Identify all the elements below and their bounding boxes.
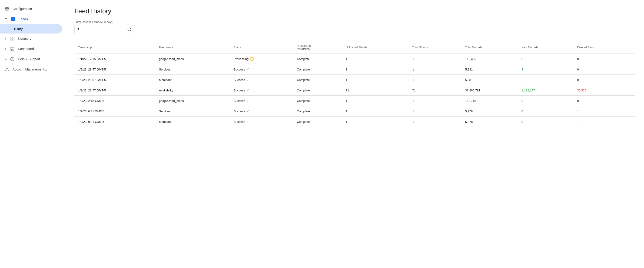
cell-timestamp: 1/9/23, 23:57 GMT-5 (74, 85, 155, 96)
cell-status: Success ✓ (230, 117, 293, 127)
col-header-status: Status (230, 41, 293, 54)
cell-status: Success ✓ (230, 85, 293, 96)
cell-timestamp: 1/9/23, 0:31 GMT-5 (74, 106, 155, 117)
cell-new-records: 0 (518, 96, 573, 106)
col-header-new-records: New Records (518, 41, 573, 54)
help-circle-icon (10, 57, 15, 61)
table-wrapper: Timestamp Feed name Status ProcessingIns… (74, 41, 635, 127)
sidebar-item-feeds-label: Feeds (18, 17, 28, 21)
sidebar-item-history[interactable]: History (0, 24, 62, 34)
page-title: Feed History (74, 8, 635, 15)
cell-uploaded-shards: 71 (342, 85, 409, 96)
cell-total-records: 5,281 (462, 75, 518, 85)
cell-deleted-records: 0 (573, 96, 635, 106)
cell-uploaded-shards: 1 (342, 54, 409, 64)
cell-processing: Complete (293, 64, 342, 75)
cell-uploaded-shards: 1 (342, 106, 409, 117)
cell-uploaded-shards: 1 (342, 96, 409, 106)
check-icon: ✓ (246, 68, 249, 71)
cell-total-records: 32,966,791 (462, 85, 518, 96)
svg-rect-2 (13, 37, 14, 38)
svg-rect-6 (13, 47, 14, 48)
table-row: 1/10/23, 2:15 GMT-5google.food_menu Proc… (74, 54, 635, 64)
cell-status: Success ✓ (230, 96, 293, 106)
svg-rect-1 (11, 37, 12, 38)
table-row: 1/9/23, 23:57 GMT-5Availability Success … (74, 85, 635, 96)
cell-processing: Complete (293, 117, 342, 127)
cell-total-records: 5,278 (462, 106, 518, 117)
cell-status: Success ✓ (230, 106, 293, 117)
table-row: 1/9/23, 0:31 GMT-5Merchant Success ✓ Com… (74, 117, 635, 127)
cell-timestamp: 1/9/23, 23:57 GMT-5 (74, 75, 155, 85)
chevron-down-icon: ▼ (5, 18, 8, 21)
check-icon: ✓ (246, 88, 249, 92)
cell-timestamp: 1/10/23, 2:15 GMT-5 (74, 54, 155, 64)
cell-feedname: Services (155, 64, 230, 75)
cell-feedname: Services (155, 106, 230, 117)
status-success: Success ✓ (234, 109, 290, 113)
sidebar-item-inventory[interactable]: ▶ Inventory (0, 34, 62, 44)
dashboard-icon (10, 47, 15, 51)
sidebar-item-history-label: History (12, 27, 23, 31)
table-row: 1/9/23, 23:57 GMT-5Services Success ✓ Co… (74, 64, 635, 75)
cell-feedname: Merchant (155, 117, 230, 127)
search-button[interactable] (127, 27, 132, 32)
sidebar-item-help-support[interactable]: ▶ Help & Support (0, 54, 62, 64)
cell-processing: Complete (293, 54, 342, 64)
sidebar-item-inventory-label: Inventory (18, 37, 32, 41)
svg-rect-7 (13, 49, 14, 51)
cell-new-records: 0 (518, 106, 573, 117)
status-success: Success ✓ (234, 78, 290, 82)
chevron-right-icon-3: ▶ (5, 58, 7, 61)
col-header-timestamp: Timestamp (74, 41, 155, 54)
status-success: Success ✓ (234, 120, 290, 124)
gear-icon (5, 7, 9, 11)
sidebar-item-feeds[interactable]: ▼ Feeds (0, 14, 62, 24)
cell-deleted-records: 0 (573, 75, 635, 85)
sidebar-item-configuration-label: Configuration (12, 7, 32, 11)
search-label: Enter lookback window in days (74, 21, 635, 24)
cell-processing: Complete (293, 75, 342, 85)
status-success: Success ✓ (234, 68, 290, 71)
main-content: Feed History Enter lookback window in da… (65, 0, 644, 268)
cell-status: Success ✓ (230, 64, 293, 75)
search-section: Enter lookback window in days (74, 21, 635, 34)
col-header-uploaded-shards: Uploaded Shards (342, 41, 409, 54)
cell-uploaded-shards: 1 (342, 64, 409, 75)
cell-total-shards: 71 (409, 85, 462, 96)
table-row: 1/9/23, 2:15 GMT-5google.food_menu Succe… (74, 96, 635, 106)
col-header-total-shards: Total Shards (409, 41, 462, 54)
svg-rect-3 (13, 39, 14, 40)
check-icon: ✓ (246, 99, 249, 103)
cell-total-shards: 1 (409, 96, 462, 106)
search-box (74, 25, 135, 34)
sidebar-item-dashboards[interactable]: ▶ Dashboards (0, 44, 62, 54)
sidebar-item-account-management[interactable]: Account Management... (0, 64, 62, 75)
svg-point-11 (6, 68, 8, 69)
search-input[interactable] (78, 28, 125, 32)
cell-total-records: 5,281 (462, 64, 518, 75)
cell-uploaded-shards: 1 (342, 117, 409, 127)
cell-feedname: Merchant (155, 75, 230, 85)
status-processing: Processing (234, 57, 290, 61)
cell-deleted-records: 35,925 (573, 85, 635, 96)
cell-deleted-records: 0 (573, 64, 635, 75)
svg-rect-8 (11, 50, 12, 51)
cell-total-shards: 1 (409, 117, 462, 127)
cell-processing: Complete (293, 96, 342, 106)
feed-history-table: Timestamp Feed name Status ProcessingIns… (74, 41, 635, 127)
cell-processing: Complete (293, 106, 342, 117)
cell-new-records: 3 (518, 75, 573, 85)
cell-timestamp: 1/9/23, 0:31 GMT-5 (74, 117, 155, 127)
table-row: 1/9/23, 0:31 GMT-5Services Success ✓ Com… (74, 106, 635, 117)
cell-total-records: 113,718 (462, 96, 518, 106)
sidebar: Configuration ▼ Feeds History ▶ Inventor… (0, 0, 65, 268)
svg-point-0 (6, 8, 8, 10)
svg-rect-5 (11, 47, 12, 49)
sidebar-item-dashboards-label: Dashboards (18, 47, 36, 51)
chevron-right-icon-2: ▶ (5, 47, 7, 51)
sidebar-item-configuration[interactable]: Configuration (0, 4, 62, 14)
inventory-icon (10, 36, 15, 41)
cell-new-records: 0 (518, 117, 573, 127)
table-row: 1/9/23, 23:57 GMT-5Merchant Success ✓ Co… (74, 75, 635, 85)
